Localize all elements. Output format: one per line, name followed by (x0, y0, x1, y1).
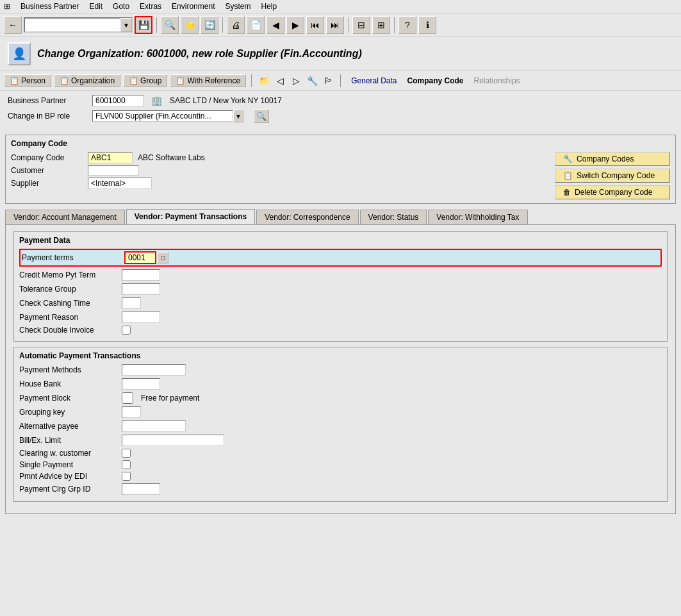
supplier-value[interactable]: <Internal> (88, 178, 152, 189)
bp-info-section: Business Partner 6001000 🏢 SABC LTD / Ne… (0, 91, 681, 129)
info-button[interactable]: ℹ (418, 16, 436, 34)
ref-tab-icon: 📋 (176, 76, 185, 85)
switch-company-code-button[interactable]: 📋 Switch Company Code (555, 169, 670, 183)
menu-icon: ⊞ (4, 2, 10, 11)
customer-row: Customer (11, 165, 542, 176)
back-button[interactable]: ← (4, 16, 22, 34)
payment-reason-value[interactable] (122, 312, 160, 323)
payment-terms-value[interactable]: 0001 (124, 251, 156, 264)
company-icon: 🏢 (151, 96, 162, 106)
payment-block-checkbox[interactable] (122, 392, 133, 404)
bp-role-arrow[interactable]: ▼ (233, 110, 243, 122)
first-button[interactable]: ⏮ (306, 16, 324, 34)
bill-limit-row: Bill/Ex. Limit (19, 435, 662, 446)
check-cashing-value[interactable] (122, 297, 141, 309)
payment-clrg-value[interactable] (122, 483, 160, 495)
menu-environment[interactable]: Environment (172, 2, 215, 11)
nav-tab-company-code[interactable]: Company Code (407, 76, 464, 85)
tolerance-group-value[interactable] (122, 283, 160, 295)
refresh-button[interactable]: 🔄 (201, 16, 218, 34)
last-icon: ⏭ (331, 20, 340, 30)
bp-role-input[interactable]: FLVN00 Supplier (Fin.Accountin... (92, 110, 233, 122)
layout-button[interactable]: ⊟ (352, 16, 370, 34)
info-icon: ℹ (426, 20, 429, 30)
bp-role-dropdown[interactable]: FLVN00 Supplier (Fin.Accountin... ▼ (92, 110, 243, 122)
next-button[interactable]: ▶ (286, 16, 304, 34)
nav-icon-tools[interactable]: 🔧 (305, 74, 319, 88)
check-double-row: Check Double Invoice (19, 326, 662, 335)
nav-tab-relationships[interactable]: Relationships (474, 76, 520, 85)
tab-person[interactable]: 📋 Person (4, 74, 51, 87)
alt-payee-value[interactable] (122, 420, 186, 432)
grouping-key-row: Grouping key (19, 406, 662, 418)
save-icon: 💾 (138, 20, 149, 30)
payment-terms-lookup[interactable]: □ (157, 252, 168, 263)
expand-button[interactable]: ⊞ (372, 16, 390, 34)
save-button[interactable]: 💾 (135, 16, 152, 34)
company-codes-button[interactable]: 🔧 Company Codes (555, 152, 670, 166)
pmnt-advice-row: Pmnt Advice by EDI (19, 472, 662, 481)
company-code-value[interactable]: ABC1 (88, 152, 133, 163)
house-bank-label: House Bank (19, 379, 122, 388)
nav-icon-flag[interactable]: 🏳 (321, 74, 335, 88)
nav-tab-general-data[interactable]: General Data (351, 76, 397, 85)
command-dropdown[interactable]: ▼ (120, 18, 132, 32)
pmnt-advice-checkbox[interactable] (122, 472, 131, 481)
payment-clrg-row: Payment Clrg Grp ID (19, 483, 662, 495)
tab-vendor-correspondence[interactable]: Vendor: Correspondence (256, 210, 358, 224)
check-double-checkbox[interactable] (122, 326, 131, 335)
grouping-key-label: Grouping key (19, 408, 122, 417)
tab-vendor-account[interactable]: Vendor: Account Management (5, 210, 125, 224)
company-name: SABC LTD / New York NY 10017 (170, 96, 282, 105)
help-button[interactable]: ? (398, 16, 416, 34)
payment-block-row: Payment Block Free for payment (19, 392, 662, 404)
tab-vendor-withholding[interactable]: Vendor: Withholding Tax (428, 210, 527, 224)
person-tab-label: Person (21, 76, 45, 85)
nav-separator (251, 74, 252, 87)
customer-value[interactable] (88, 165, 139, 176)
tab-vendor-payment[interactable]: Vendor: Payment Transactions (126, 209, 255, 224)
menu-extras[interactable]: Extras (140, 2, 161, 11)
supplier-row: Supplier <Internal> (11, 178, 542, 189)
command-input[interactable] (24, 18, 120, 32)
auto-payment-title: Automatic Payment Transactions (19, 351, 662, 360)
payment-block-label: Payment Block (19, 394, 122, 403)
clearing-checkbox[interactable] (122, 449, 131, 458)
find-icon: 🔍 (165, 20, 176, 30)
switch-icon: 📋 (563, 171, 573, 180)
print2-button[interactable]: 📄 (247, 16, 265, 34)
payment-methods-value[interactable] (122, 364, 186, 376)
menu-goto[interactable]: Goto (113, 2, 129, 11)
tab-organization[interactable]: 📋 Organization (54, 74, 120, 87)
tab-vendor-status[interactable]: Vendor: Status (360, 210, 427, 224)
print-button[interactable]: 🖨 (227, 16, 245, 34)
nav-icon-next[interactable]: ▷ (289, 74, 303, 88)
credit-memo-value[interactable] (122, 269, 160, 281)
prev-button[interactable]: ◀ (267, 16, 284, 34)
bill-limit-value[interactable] (122, 435, 224, 446)
menu-help[interactable]: Help (261, 2, 277, 11)
bill-limit-label: Bill/Ex. Limit (19, 436, 122, 445)
bp-search-icon[interactable]: 🔍 (254, 109, 269, 123)
tab-group[interactable]: 📋 Group (123, 74, 167, 87)
company-code-row: Company Code ABC1 ABC Software Labs (11, 152, 542, 163)
house-bank-value[interactable] (122, 378, 160, 390)
menu-system[interactable]: System (225, 2, 250, 11)
tab-with-reference[interactable]: 📋 With Reference (170, 74, 246, 87)
nav-icon-copy[interactable]: 📁 (257, 74, 271, 88)
alt-payee-row: Alternative payee (19, 420, 662, 432)
bookmark-button[interactable]: ⭐ (181, 16, 199, 34)
tab-content: Payment Data Payment terms 0001 □ Credit… (5, 224, 676, 514)
toolbar-separator-3 (348, 17, 349, 33)
nav-icon-prev[interactable]: ◁ (273, 74, 287, 88)
person-tab-icon: 📋 (10, 76, 19, 85)
header-app-icon: 👤 (12, 47, 26, 61)
last-button[interactable]: ⏭ (326, 16, 344, 34)
check-cashing-label: Check Cashing Time (19, 299, 122, 308)
grouping-key-value[interactable] (122, 406, 141, 418)
find-button[interactable]: 🔍 (161, 16, 179, 34)
single-payment-checkbox[interactable] (122, 460, 131, 469)
menu-edit[interactable]: Edit (89, 2, 103, 11)
menu-business-partner[interactable]: Business Partner (21, 2, 79, 11)
delete-company-code-button[interactable]: 🗑 Delete Company Code (555, 185, 670, 199)
